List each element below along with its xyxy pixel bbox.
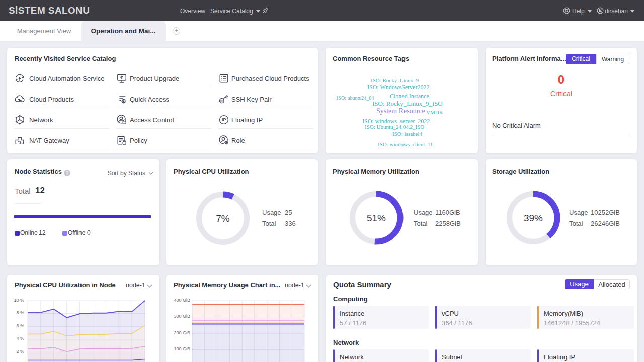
svg-text:300 GiB: 300 GiB [174,314,190,319]
svg-text:SSH: SSH [220,100,224,102]
svg-text:IP: IP [222,117,226,122]
svg-text:200 GiB: 200 GiB [174,330,190,335]
svg-text:39%: 39% [524,213,543,223]
svg-text:8 %: 8 % [16,310,24,315]
svg-text:6 %: 6 % [16,323,24,328]
svg-text:7%: 7% [216,213,230,224]
svg-text:400 GiB: 400 GiB [174,298,190,303]
svg-text:10 %: 10 % [14,298,24,303]
svg-text:4 %: 4 % [16,336,24,341]
svg-text:51%: 51% [367,213,386,223]
svg-text:2 %: 2 % [16,349,24,354]
svg-text:100 GiB: 100 GiB [174,346,190,351]
